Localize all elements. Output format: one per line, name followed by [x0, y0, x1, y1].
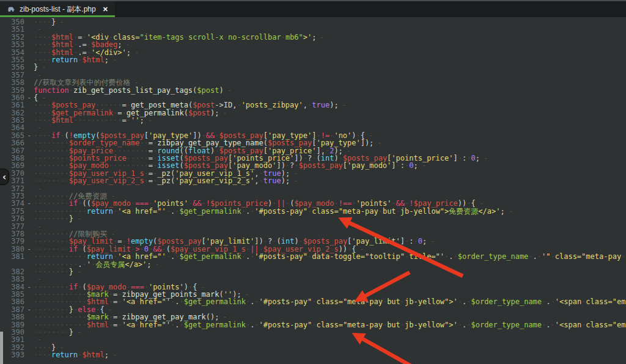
- code-line: 356}-: [0, 64, 626, 71]
- eol-mark: -: [290, 177, 298, 185]
- eol-mark: -: [73, 268, 81, 276]
- code-text: ····return·$html;-: [34, 56, 117, 64]
- fold-margin: [24, 71, 34, 79]
- fold-marker[interactable]: -: [24, 283, 34, 291]
- fold-marker[interactable]: -: [24, 94, 34, 101]
- fold-margin: [24, 155, 34, 162]
- fold-margin: [24, 268, 34, 275]
- fold-marker[interactable]: -: [24, 132, 34, 139]
- eol-mark: -: [109, 56, 117, 64]
- panel-collapse-chevron[interactable]: ‹: [0, 169, 9, 185]
- fold-margin: [24, 275, 34, 283]
- fold-marker[interactable]: -: [24, 200, 34, 207]
- code-line: 363····$html···········=·'';-: [0, 117, 626, 124]
- fold-margin: [24, 109, 34, 117]
- fold-margin: [24, 117, 34, 124]
- code-text: ········$pay_user_vip_2_s·=·_pz('pay_use…: [34, 177, 298, 184]
- code-text: ····$html···········=·'';-: [34, 117, 152, 124]
- code-line: 391-: [0, 336, 626, 343]
- code-line: 355····return·$html;-: [0, 56, 626, 64]
- line-number: 366: [0, 139, 24, 147]
- eol-mark: -: [374, 139, 381, 147]
- line-number: 391: [0, 336, 24, 343]
- code-line: 375············return·'<a·href="'·.·$get…: [0, 208, 626, 215]
- fold-margin: [24, 64, 34, 71]
- code-line: 390········}-: [0, 329, 626, 336]
- line-number: 386: [0, 298, 24, 305]
- line-number: 356: [0, 64, 24, 71]
- code-text: ········}-: [34, 215, 81, 222]
- eol-mark: -: [339, 101, 347, 109]
- fold-margin: [24, 329, 34, 336]
- code-line: ··········.·'·会员专属</a>';-: [0, 261, 626, 268]
- tab-close-icon[interactable]: ✕: [103, 5, 108, 13]
- line-number: 379: [0, 238, 24, 245]
- line-number: 358: [0, 79, 24, 86]
- eol-mark: -: [418, 161, 426, 170]
- line-number: 364: [0, 124, 24, 131]
- eol-mark: -: [131, 48, 139, 57]
- eol-mark: -: [73, 328, 81, 337]
- eol-mark: -: [505, 207, 513, 216]
- fold-margin: [24, 336, 34, 343]
- fold-margin: [24, 208, 34, 215]
- fold-margin: [24, 351, 34, 359]
- fold-margin: [24, 101, 34, 109]
- fold-margin: [24, 253, 34, 260]
- line-number: 351: [0, 26, 24, 33]
- eol-mark: -: [317, 33, 325, 42]
- fold-margin: [24, 162, 34, 169]
- code-line: 382········}-: [0, 268, 626, 275]
- tab-bar: zib-posts-list - 副本.php ✕: [0, 0, 626, 17]
- code-text: ····return·$html;-: [34, 351, 117, 359]
- code-text: ············$html·=·'<a·href="'·.·$get_p…: [34, 298, 626, 305]
- fold-margin: [24, 177, 34, 184]
- fold-margin: [24, 79, 34, 86]
- eol-mark: -: [219, 109, 227, 117]
- eol-mark: -: [152, 260, 160, 269]
- line-number: 376: [0, 215, 24, 222]
- code-text: ············$html·=·'<a·href="'·.·$get_p…: [34, 321, 626, 329]
- code-line: 371········$pay_user_vip_2_s·=·_pz('pay_…: [0, 177, 626, 184]
- fold-margin: [24, 261, 34, 268]
- fold-margin: [24, 147, 34, 155]
- eol-mark: -: [224, 86, 232, 95]
- tab-title: zib-posts-list - 副本.php: [20, 4, 96, 15]
- fold-margin: [24, 223, 34, 230]
- fold-margin: [24, 344, 34, 351]
- code-line: 359function·zib_get_posts_list_pay_tags(…: [0, 87, 626, 94]
- code-area[interactable]: 350····}-351-352····$html·=·'<div·class=…: [0, 18, 626, 359]
- line-number: 383: [0, 275, 24, 283]
- fold-margin: [24, 26, 34, 33]
- editor[interactable]: 350····}-351-352····$html·=·'<div·class=…: [0, 17, 626, 364]
- line-number: 381: [0, 253, 24, 260]
- fold-marker[interactable]: -: [24, 306, 34, 313]
- chevron-left-icon: ‹: [2, 172, 6, 183]
- fold-margin: [24, 238, 34, 245]
- code-line: 376········}-: [0, 215, 626, 222]
- line-number: 361: [0, 101, 24, 109]
- fold-margin: [24, 170, 34, 177]
- line-number: 374: [0, 200, 24, 207]
- code-line: 389············$html·=·'<a·href="'·.·$ge…: [0, 321, 626, 329]
- fold-margin: [24, 139, 34, 147]
- line-number: 388: [0, 313, 24, 321]
- fold-margin: [24, 298, 34, 305]
- code-line: 350····}-: [0, 18, 626, 26]
- fold-margin: [24, 215, 34, 222]
- line-number: 353: [0, 41, 24, 48]
- fold-margin: [24, 34, 34, 41]
- eol-mark: -: [73, 214, 81, 223]
- fold-margin: [24, 291, 34, 298]
- fold-marker[interactable]: -: [24, 246, 34, 253]
- fold-margin: [24, 124, 34, 131]
- window-edge-strip: [0, 332, 3, 364]
- fold-margin: [24, 321, 34, 329]
- fold-margin: [24, 185, 34, 192]
- eol-mark: -: [109, 351, 117, 359]
- fold-margin: [24, 56, 34, 64]
- fold-margin: [24, 41, 34, 48]
- eol-mark: -: [56, 18, 64, 26]
- eol-mark: -: [480, 154, 488, 162]
- fold-margin: [24, 49, 34, 56]
